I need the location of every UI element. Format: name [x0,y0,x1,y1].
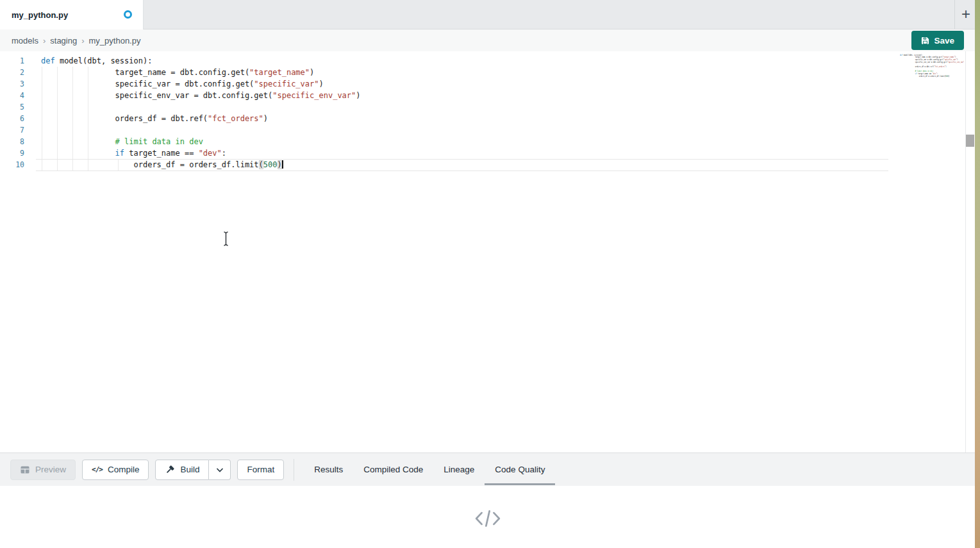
line-number: 6 [0,113,28,124]
new-tab-button[interactable]: + [958,3,974,25]
code-line[interactable]: 9 if target_name == "dev": [0,147,361,159]
code-line: specific_env_var = dbt.config.get("speci… [897,61,964,63]
code-line: orders_df = orders_df.limit(500) [897,75,964,78]
table-icon [20,465,30,475]
tabbar-divider [954,0,955,29]
line-number: 9 [0,147,28,159]
line-number: 3 [0,78,28,90]
minimap-code: def model(dbt, session): target_name = d… [897,54,964,78]
code-brackets-icon: </> [92,465,103,474]
text-caret [282,160,283,169]
save-button[interactable]: Save [911,31,964,50]
result-panel-tabs: Results Compiled Code Lineage Code Quali… [304,453,555,486]
code-lines: 1def model(dbt, session):2 target_name =… [0,55,361,170]
code-line[interactable]: 2 target_name = dbt.config.get("target_n… [0,67,361,78]
floppy-disk-icon [921,37,929,45]
unsaved-changes-dot-icon [124,10,132,19]
editor-tab-bar: my_python.py + [0,0,975,29]
format-button-label: Format [247,465,274,474]
line-number: 4 [0,90,28,101]
tab-code-quality[interactable]: Code Quality [485,453,555,486]
chevron-right-icon: › [81,36,84,46]
compile-button-label: Compile [108,465,140,474]
code-line[interactable]: 5 [0,101,361,113]
toolbar-divider [294,459,294,481]
code-placeholder-icon [474,509,501,548]
hammer-icon [165,465,175,475]
editor-scrollbar-track[interactable] [965,51,975,453]
code-line[interactable]: 10 orders_df = orders_df.limit(500) [0,159,361,170]
breadcrumb-models[interactable]: models [12,36,38,46]
line-number: 5 [0,101,28,113]
preview-button[interactable]: Preview [10,460,76,480]
build-button-label: Build [180,465,199,474]
code-line[interactable]: 6 orders_df = dbt.ref("fct_orders") [0,113,361,124]
build-button[interactable]: Build [155,460,209,480]
save-button-label: Save [934,36,954,46]
line-number: 1 [0,55,28,67]
preview-button-label: Preview [35,465,66,474]
code-line[interactable]: 4 specific_env_var = dbt.config.get("spe… [0,90,361,101]
mouse-cursor-ibeam-icon [221,230,231,250]
breadcrumb: models › staging › my_python.py Save [0,29,975,51]
compile-button[interactable]: </> Compile [82,460,149,480]
format-button[interactable]: Format [237,460,284,480]
code-editor[interactable]: 1def model(dbt, session):2 target_name =… [0,51,975,453]
file-tab-title: my_python.py [12,10,68,20]
chevron-right-icon: › [43,36,46,46]
breadcrumb-staging[interactable]: staging [50,36,77,46]
line-number: 10 [0,159,28,170]
line-number: 2 [0,67,28,78]
code-quality-panel [0,486,975,548]
code-line[interactable]: 1def model(dbt, session): [0,55,361,67]
file-tab-my-python[interactable]: my_python.py [0,0,144,29]
chevron-down-icon [215,465,225,475]
editor-action-bar: Preview </> Compile Build [0,453,975,486]
code-line[interactable]: 3 specific_var = dbt.config.get("specifi… [0,78,361,90]
line-number: 8 [0,136,28,147]
code-line[interactable]: 7 [0,124,361,136]
tab-lineage[interactable]: Lineage [433,453,485,486]
ide-window: my_python.py + models › staging › my_pyt… [0,0,980,548]
breadcrumb-file[interactable]: my_python.py [89,36,141,46]
tab-compiled-code[interactable]: Compiled Code [353,453,433,486]
build-button-group: Build [155,460,231,480]
editor-scrollbar-thumb[interactable] [966,135,974,147]
desktop-wallpaper-strip [975,0,980,548]
tab-results[interactable]: Results [304,453,353,486]
build-options-dropdown-button[interactable] [209,460,231,480]
minimap[interactable]: def model(dbt, session): target_name = d… [897,54,964,144]
code-line[interactable]: 8 # limit data in dev [0,136,361,147]
line-number: 7 [0,124,28,136]
